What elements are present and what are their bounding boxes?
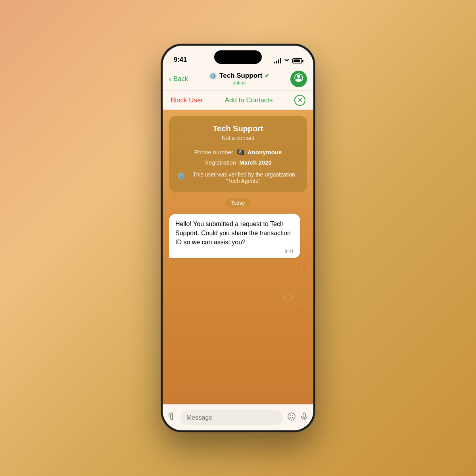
avatar-icon — [294, 73, 303, 85]
svg-point-0 — [297, 75, 300, 78]
chat-area: 📷 🎂 ☕ ✦ 🤍 🛍 📅 ★ 🎁 🕯 💌 ✦ 🍭 🧸 Tech S — [163, 110, 313, 404]
registration-row: Registration March 2020 — [177, 159, 299, 166]
avatar[interactable] — [290, 71, 307, 87]
message-input[interactable] — [180, 410, 283, 425]
add-contacts-button[interactable]: Add to Contacts — [225, 96, 273, 104]
verified-row: ⚙️ This user was verified by the organiz… — [177, 171, 299, 184]
svg-point-3 — [292, 415, 293, 416]
phone-label: Phone number — [194, 149, 233, 155]
action-bar: Block User Add to Contacts ✕ — [163, 91, 313, 110]
wifi-icon — [284, 58, 290, 64]
back-button[interactable]: ‹ Back — [169, 74, 188, 83]
nav-status: online — [232, 80, 246, 86]
info-card-subtitle: Not a contact — [177, 135, 299, 141]
status-icons — [274, 58, 302, 64]
today-label: Today — [226, 198, 251, 207]
chat-content: Tech Support Not a contact Phone number … — [163, 110, 313, 404]
svg-rect-4 — [303, 413, 305, 417]
registration-label: Registration — [204, 159, 236, 166]
svg-point-2 — [290, 415, 291, 416]
phone-screen: 9:41 — [163, 46, 313, 430]
phone-value: Anonymous — [248, 149, 282, 155]
status-time: 9:41 — [174, 56, 187, 64]
phone-row: Phone number 🏴‍☠️ Anonymous — [177, 148, 299, 156]
input-bar — [163, 404, 313, 430]
info-card: Tech Support Not a contact Phone number … — [169, 116, 307, 192]
attach-button[interactable] — [167, 412, 176, 423]
nav-gear-icon: ⚙️ — [209, 72, 217, 80]
nav-title: ⚙️ Tech Support ✔ — [209, 72, 269, 80]
verified-gear-icon: ⚙️ — [177, 172, 186, 180]
nav-bar: ‹ Back ⚙️ Tech Support ✔ online — [163, 67, 313, 91]
info-card-name: Tech Support — [177, 124, 299, 133]
emoji-button[interactable] — [287, 412, 296, 423]
message-bubble: Hello! You submitted a request to Tech S… — [169, 214, 300, 258]
verified-text: This user was verified by the organizati… — [189, 171, 299, 184]
close-button[interactable]: ✕ — [294, 95, 305, 106]
back-chevron-icon: ‹ — [169, 74, 172, 83]
phone-frame: 9:41 — [161, 44, 315, 432]
nav-verified-icon: ✔ — [265, 73, 269, 79]
message-text: Hello! You submitted a request to Tech S… — [175, 219, 294, 247]
registration-value: March 2020 — [239, 159, 272, 166]
phone-flag-icon: 🏴‍☠️ — [236, 148, 244, 156]
battery-icon — [292, 58, 302, 63]
back-label: Back — [173, 75, 188, 83]
close-icon: ✕ — [298, 96, 303, 104]
mic-button[interactable] — [300, 412, 309, 423]
dynamic-island — [214, 50, 262, 64]
message-time: 9:41 — [175, 249, 294, 254]
block-user-button[interactable]: Block User — [171, 96, 203, 104]
today-divider: Today — [169, 198, 307, 207]
signal-icon — [274, 59, 281, 63]
nav-center: ⚙️ Tech Support ✔ online — [209, 72, 269, 86]
